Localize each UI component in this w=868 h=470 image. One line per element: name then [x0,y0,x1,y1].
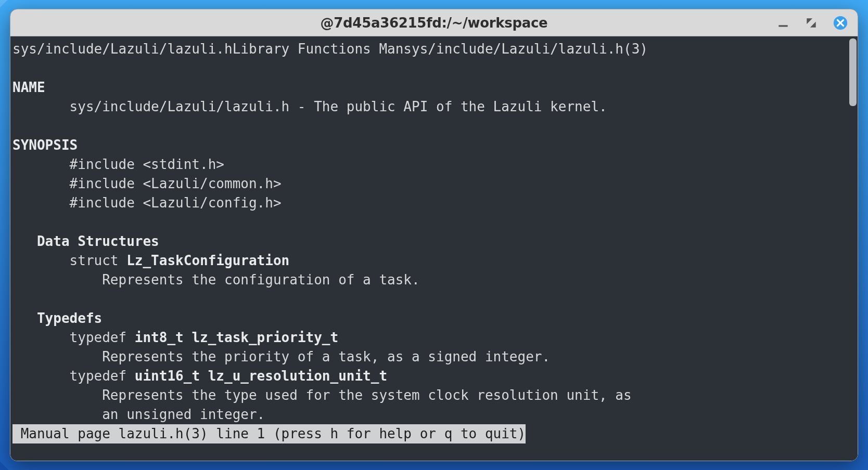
section-synopsis-heading: SYNOPSIS [12,137,78,153]
man-status-bar: Manual page lazuli.h(3) line 1 (press h … [12,424,526,443]
maximize-icon [805,16,818,30]
subheading-typedefs: Typedefs [12,310,102,326]
close-icon [833,15,848,31]
window-titlebar: @7d45a36215fd:/~/workspace [10,9,858,36]
window-controls [776,15,848,31]
minimize-icon [776,16,790,30]
terminal-body[interactable]: sys/include/Lazuli/lazuli.hLibrary Funct… [10,36,858,461]
minimize-button[interactable] [776,16,790,30]
section-name-heading: NAME [12,80,45,95]
terminal-window: @7d45a36215fd:/~/workspace sys/include/L… [10,9,858,461]
maximize-button[interactable] [805,16,818,30]
typedef-line: typedef uint16_t lz_u_resolution_unit_t [12,368,387,384]
name-body: sys/include/Lazuli/lazuli.h - The public… [12,99,607,114]
terminal-scrollbar[interactable] [848,36,858,461]
window-title: @7d45a36215fd:/~/workspace [321,15,548,31]
typedef-desc: an unsigned integer. [12,407,265,422]
include-line: #include <Lazuli/config.h> [12,195,282,211]
typedef-desc: Represents the priority of a task, as a … [12,349,550,364]
subheading-data-structures: Data Structures [12,233,159,249]
close-button[interactable] [833,15,848,31]
svg-rect-0 [778,25,787,27]
scrollbar-thumb[interactable] [849,38,857,106]
struct-line: struct Lz_TaskConfiguration [12,253,289,268]
typedef-line: typedef int8_t lz_task_priority_t [12,330,338,345]
typedef-desc: Represents the type used for the system … [12,387,632,403]
man-header-line: sys/include/Lazuli/lazuli.hLibrary Funct… [12,41,648,57]
svg-marker-1 [807,18,812,24]
svg-marker-2 [810,21,816,27]
struct-desc: Represents the configuration of a task. [12,272,420,288]
terminal-output[interactable]: sys/include/Lazuli/lazuli.hLibrary Funct… [10,36,848,461]
include-line: #include <stdint.h> [12,156,224,172]
include-line: #include <Lazuli/common.h> [12,176,282,191]
